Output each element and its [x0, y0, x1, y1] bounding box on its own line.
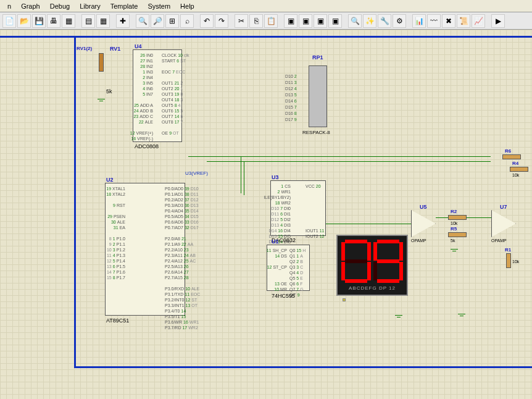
menu-library[interactable]: Library	[75, 2, 106, 10]
report-icon[interactable]: 📊	[412, 14, 426, 28]
digit-1	[341, 240, 371, 283]
ic-u1-74hc595[interactable]: 11SH_CP14DS12ST_CP13OE10MRQ015HQ11AQ22BQ…	[267, 245, 310, 291]
bottom-gnd	[458, 314, 465, 320]
script-icon[interactable]: 📜	[457, 14, 470, 28]
u2-id: U2	[106, 177, 114, 183]
bus-bottom	[74, 366, 532, 368]
wire	[467, 217, 491, 218]
wand-icon[interactable]: ✨	[363, 14, 376, 28]
resistor-r5[interactable]	[448, 232, 467, 237]
copy-icon[interactable]: ⎘	[249, 14, 263, 28]
grid-icon[interactable]: ▦	[96, 14, 110, 28]
rp1-id: RP1	[312, 54, 323, 61]
block2-icon[interactable]: ▣	[299, 14, 312, 28]
r4-id: R4	[512, 161, 518, 166]
print-icon[interactable]: 🖶	[47, 14, 60, 28]
u3-vref-net: U3(VREF)	[185, 170, 208, 176]
rv1-value: 5k	[106, 88, 112, 94]
r4-value: 10k	[512, 173, 519, 177]
resistor-r6[interactable]	[502, 154, 521, 159]
respack-rp1[interactable]	[309, 65, 327, 127]
menu-help[interactable]: Help	[175, 2, 199, 10]
block4-icon[interactable]: ▣	[328, 14, 342, 28]
wire	[241, 156, 241, 193]
digit-2	[373, 240, 403, 283]
r5-id: R5	[451, 226, 457, 232]
u7-name: OPAMP	[491, 238, 507, 243]
zoom-out-icon[interactable]: 🔎	[151, 14, 164, 28]
potentiometer-rv1[interactable]	[96, 53, 107, 78]
menu-debug[interactable]: Debug	[45, 2, 75, 10]
zoom-in-icon[interactable]: 🔍	[136, 14, 149, 28]
wire	[244, 161, 244, 195]
r1-value: 10k	[512, 259, 519, 264]
toolbar: 📄 📂 💾 🖶 ▦ ▤ ▦ ✚ 🔍 🔎 ⊞ ⌕ ↶ ↷ ✂ ⎘ 📋 ▣ ▣ ▣ …	[0, 12, 532, 30]
x-icon[interactable]: ✖	[442, 14, 455, 28]
redo-icon[interactable]: ↷	[215, 14, 228, 28]
open-icon[interactable]: 📂	[17, 14, 31, 28]
bus-left	[74, 36, 76, 368]
cut-icon[interactable]: ✂	[235, 14, 248, 28]
chart-icon[interactable]: 📈	[472, 14, 485, 28]
save-icon[interactable]: 💾	[32, 14, 46, 28]
plus-icon[interactable]: ✚	[116, 14, 130, 28]
resistor-r2[interactable]	[448, 215, 467, 220]
r2-id: R2	[451, 209, 457, 214]
u1-name: 74HC595	[272, 293, 295, 299]
extra-icon[interactable]: ▶	[491, 14, 505, 28]
menu-bar: n Graph Debug Library Template System He…	[0, 0, 532, 12]
u4-id: U4	[135, 43, 142, 49]
rp1-pins: D102D113D124D135D146D157D168D179	[285, 74, 297, 124]
bus-top	[0, 36, 532, 38]
resistor-r4[interactable]	[510, 167, 528, 172]
wave-icon[interactable]: 〰	[427, 14, 441, 28]
wire	[188, 156, 491, 157]
u2-name: AT89C51	[106, 317, 129, 324]
display-gnd	[395, 315, 402, 321]
block3-icon[interactable]: ▣	[314, 14, 327, 28]
list-icon[interactable]: ▤	[81, 14, 95, 28]
menu-n[interactable]: n	[2, 2, 16, 10]
area-icon[interactable]: ▦	[62, 14, 75, 28]
rp1-name: RESPACK-8	[302, 130, 330, 135]
u1-id: U1	[272, 238, 279, 245]
u5-id: U5	[420, 204, 427, 210]
paste-icon[interactable]: 📋	[264, 14, 278, 28]
r6-id: R6	[505, 148, 511, 154]
ic-u2-at89c51[interactable]: 19XTAL118XTAL29RST29PSEN30ALE31EA81P1.09…	[105, 183, 185, 316]
seven-segment-display[interactable]: ABCDEFG DP 12	[336, 235, 408, 296]
u7-id: U7	[500, 204, 507, 210]
u4-name: ADC0808	[135, 143, 159, 149]
u5-name: OPAMP	[411, 238, 426, 243]
zoom-area-icon[interactable]: ⌕	[180, 14, 194, 28]
search-icon[interactable]: 🔍	[348, 14, 362, 28]
r1-id: R1	[505, 247, 511, 253]
block1-icon[interactable]: ▣	[284, 14, 297, 28]
menu-graph[interactable]: Graph	[16, 2, 45, 10]
wrench-icon[interactable]: 🔧	[378, 14, 391, 28]
ic-u4-adc0808[interactable]: 26IN027IN128IN21IN32IN43IN54IN65IN725ADD…	[133, 49, 182, 142]
wire	[326, 224, 411, 224]
resistor-r1[interactable]	[506, 253, 511, 268]
menu-system[interactable]: System	[143, 2, 175, 10]
u3-id: U3	[272, 174, 279, 180]
menu-template[interactable]: Template	[106, 2, 143, 10]
rv1-id: RV1	[110, 46, 120, 52]
rv1-gnd	[98, 99, 105, 105]
r5-gnd	[451, 249, 458, 255]
undo-icon[interactable]: ↶	[200, 14, 214, 28]
tool-icon[interactable]: ⚙	[393, 14, 406, 28]
wire	[207, 161, 491, 162]
ic-u3-dac0832[interactable]: 1CS2WR1ILE(BY1/BY2)18WR2D107DI0D116DI1D1…	[270, 180, 326, 236]
zoom-fit-icon[interactable]: ⊞	[165, 14, 179, 28]
r2-value: 10k	[451, 221, 457, 225]
schematic-canvas[interactable]: RV1(2) RV1 5k U4 26IN027IN128IN21IN32IN4…	[0, 30, 532, 399]
display-footer: ABCDEFG DP 12	[341, 285, 403, 291]
r5-value: 5k	[451, 238, 455, 243]
rv1-net: RV1(2)	[77, 46, 92, 51]
wire	[436, 217, 448, 218]
file-icon[interactable]: 📄	[2, 14, 16, 28]
